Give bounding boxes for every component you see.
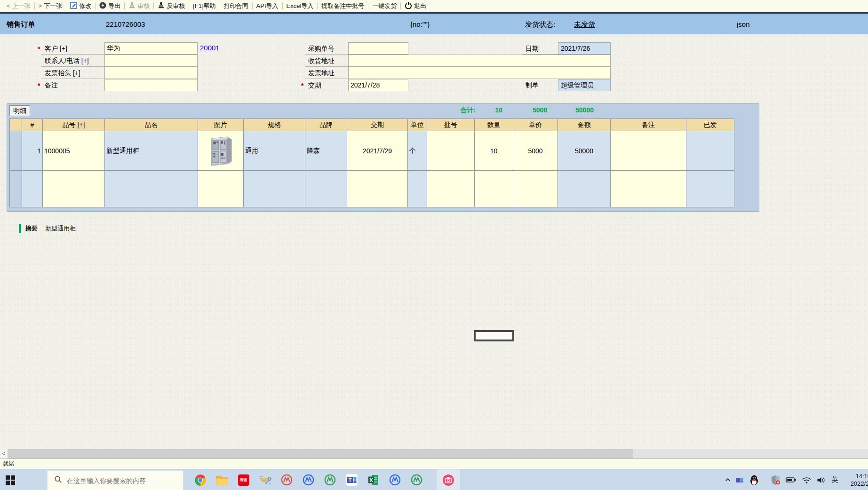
- toolbar-item-reverse-audit[interactable]: 反审核: [154, 0, 189, 12]
- toolbar-label: 审核: [137, 2, 150, 10]
- file-explorer-icon[interactable]: [215, 474, 228, 486]
- remark-input[interactable]: [104, 79, 198, 91]
- windows-taskbar: 有道 T X: [0, 469, 868, 490]
- po-input[interactable]: [348, 42, 408, 55]
- toolbar-item-exit[interactable]: 退出: [401, 0, 430, 12]
- cell-qty[interactable]: 10: [475, 131, 513, 171]
- excel-icon[interactable]: X: [367, 474, 380, 486]
- search-input[interactable]: [67, 477, 175, 484]
- cell-shipped[interactable]: [686, 131, 734, 171]
- cell-unit[interactable]: 个: [408, 131, 427, 171]
- ship-status-link[interactable]: 未发货: [574, 20, 595, 29]
- horizontal-scrollbar[interactable]: <: [0, 449, 868, 458]
- cell-brand[interactable]: 隆森: [305, 131, 347, 171]
- tray-time: 14:10: [844, 473, 868, 480]
- toolbar-item-print-contract[interactable]: 打印合同: [220, 0, 252, 12]
- screen-recorder-icon[interactable]: [442, 474, 454, 486]
- chrome-icon[interactable]: [194, 474, 207, 486]
- required-marker: *: [301, 82, 303, 89]
- toolbar-item-one-click-ship[interactable]: 一键发货: [368, 0, 400, 12]
- tray-ime-indicator[interactable]: 英: [831, 475, 838, 484]
- cell-index[interactable]: [22, 171, 43, 207]
- summary-value: 新型通用柜: [45, 224, 76, 233]
- row-selector[interactable]: [10, 131, 22, 171]
- toolbar-item-help[interactable]: [F1]帮助: [189, 0, 219, 12]
- m-logo-blue-icon[interactable]: [302, 474, 315, 486]
- toolbar-item-edit[interactable]: 修改: [66, 0, 95, 12]
- cell-delivery[interactable]: 2021/7/29: [347, 131, 408, 171]
- scroll-left-arrow-icon[interactable]: <: [0, 449, 8, 458]
- col-header-unit: 单位: [408, 119, 427, 131]
- cell-item-name[interactable]: 新型通用柜: [105, 131, 198, 171]
- cell-qty[interactable]: [475, 171, 513, 207]
- taskbar-search-box[interactable]: [47, 470, 183, 490]
- tray-clock[interactable]: 14:10 2022/2/: [844, 473, 868, 488]
- scrollbar-thumb[interactable]: [8, 449, 633, 458]
- customer-code-link[interactable]: 20001: [200, 44, 220, 52]
- cell-item-name[interactable]: [105, 171, 198, 207]
- invoice-title-input[interactable]: [104, 67, 198, 79]
- toolbar-item-audit[interactable]: 审核: [125, 0, 153, 12]
- tray-qq-icon[interactable]: [749, 474, 759, 485]
- m-logo-green-icon-2[interactable]: [410, 474, 423, 486]
- status-bar: 就绪: [0, 458, 868, 469]
- windows-start-button[interactable]: [6, 475, 15, 485]
- invoice-address-input[interactable]: [348, 67, 611, 79]
- toolbar-item-export[interactable]: 导出: [96, 0, 124, 12]
- toolbar-label: [F1]帮助: [193, 2, 215, 10]
- cell-delivery[interactable]: [347, 171, 408, 207]
- cell-image[interactable]: [198, 131, 244, 171]
- teams-icon[interactable]: T: [345, 474, 358, 486]
- cell-image[interactable]: [198, 171, 244, 207]
- toolbar-item-previous[interactable]: < 上一张: [3, 0, 34, 12]
- col-header-batch: 批号: [427, 119, 475, 131]
- row-header-corner: [10, 119, 22, 131]
- app-window: < 上一张 > 下一张 修改 导出 审核 反审核 [F1]帮助: [0, 0, 868, 490]
- delivery-date-input[interactable]: [348, 79, 408, 91]
- cell-spec[interactable]: [244, 171, 305, 207]
- maker-label: 制单: [522, 79, 558, 91]
- contact-input[interactable]: [104, 55, 198, 67]
- cell-batch[interactable]: [427, 171, 475, 207]
- cell-batch[interactable]: [427, 131, 475, 171]
- chevron-right-icon: >: [39, 2, 42, 9]
- customer-input[interactable]: [104, 42, 198, 55]
- m-logo-red-icon[interactable]: [280, 474, 293, 486]
- tray-security-shield-icon[interactable]: [771, 475, 780, 485]
- cell-remark[interactable]: [611, 131, 686, 171]
- tray-battery-icon[interactable]: [786, 476, 796, 483]
- cell-spec[interactable]: 通用: [244, 131, 305, 171]
- col-header-item-no: 品号 [+]: [43, 119, 105, 131]
- tray-teams-icon[interactable]: [736, 476, 744, 484]
- tray-speaker-icon[interactable]: [817, 476, 826, 484]
- toolbar-item-next[interactable]: > 下一张: [35, 0, 66, 12]
- chevron-left-icon: <: [7, 2, 10, 9]
- remark-label: 备注: [41, 79, 104, 91]
- cell-price[interactable]: [513, 171, 558, 207]
- cell-index[interactable]: 1: [22, 131, 43, 171]
- toolbar-item-excel-import[interactable]: Excel导入: [283, 0, 318, 12]
- toolbar-item-api-import[interactable]: API导入: [253, 0, 282, 12]
- cell-amount[interactable]: 50000: [558, 131, 611, 171]
- cell-shipped[interactable]: [686, 171, 734, 207]
- cell-price[interactable]: 5000: [513, 131, 558, 171]
- tray-wifi-icon[interactable]: [802, 476, 812, 484]
- row-selector[interactable]: [10, 171, 22, 207]
- youdao-icon[interactable]: 有道: [237, 474, 250, 486]
- system-tools-icon[interactable]: [259, 474, 271, 486]
- col-header-price: 单价: [513, 119, 558, 131]
- toolbar-label: 打印合同: [224, 2, 248, 10]
- tray-expand-chevron-icon[interactable]: [725, 478, 731, 482]
- m-logo-green-icon[interactable]: [324, 474, 336, 486]
- m-logo-blue-icon-2[interactable]: [389, 474, 401, 486]
- ship-address-input[interactable]: [348, 55, 611, 67]
- cell-remark[interactable]: [611, 171, 686, 207]
- cell-item-no[interactable]: [43, 171, 105, 207]
- cell-unit[interactable]: [408, 171, 427, 207]
- cell-item-no[interactable]: 1000005: [43, 131, 105, 171]
- cell-brand[interactable]: [305, 171, 347, 207]
- no-json-field: {no:""}: [410, 20, 430, 28]
- tab-detail[interactable]: 明细: [9, 105, 30, 116]
- toolbar-item-extract-batch[interactable]: 提取备注中批号: [318, 0, 368, 12]
- cell-amount[interactable]: [558, 171, 611, 207]
